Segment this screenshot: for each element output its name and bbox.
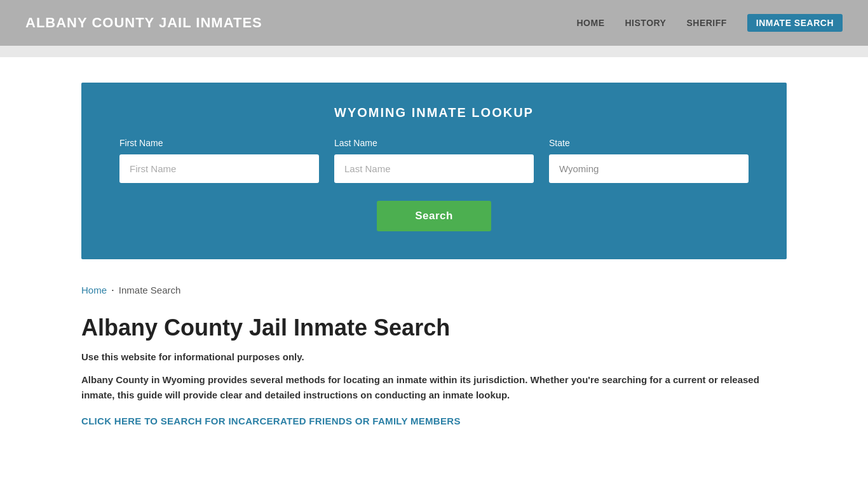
first-name-label: First Name	[119, 138, 319, 148]
breadcrumb: Home • Inmate Search	[81, 285, 787, 295]
nav-home[interactable]: HOME	[577, 18, 605, 28]
page-title: Albany County Jail Inmate Search	[81, 315, 787, 341]
search-btn-row: Search	[119, 201, 749, 231]
state-input[interactable]	[549, 154, 749, 183]
form-row: First Name Last Name State	[119, 138, 749, 183]
first-name-input[interactable]	[119, 154, 319, 183]
search-widget: WYOMING INMATE LOOKUP First Name Last Na…	[81, 83, 787, 259]
nav-history[interactable]: HISTORY	[625, 18, 667, 28]
last-name-label: Last Name	[334, 138, 534, 148]
first-name-group: First Name	[119, 138, 319, 183]
widget-title: WYOMING INMATE LOOKUP	[119, 105, 749, 120]
content-subtitle: Use this website for informational purpo…	[81, 351, 787, 362]
content-description: Albany County in Wyoming provides severa…	[81, 372, 787, 403]
main-content: Albany County Jail Inmate Search Use thi…	[81, 315, 787, 452]
state-group: State	[549, 138, 749, 183]
site-header: ALBANY COUNTY JAIL INMATES HOME HISTORY …	[0, 0, 868, 46]
sub-header-bar	[0, 46, 868, 57]
breadcrumb-current: Inmate Search	[119, 285, 181, 295]
breadcrumb-home-link[interactable]: Home	[81, 285, 107, 295]
cta-link[interactable]: CLICK HERE to Search for Incarcerated Fr…	[81, 416, 461, 426]
main-nav: HOME HISTORY SHERIFF INMATE SEARCH	[577, 14, 843, 32]
state-label: State	[549, 138, 749, 148]
search-button[interactable]: Search	[377, 201, 491, 231]
last-name-input[interactable]	[334, 154, 534, 183]
breadcrumb-separator: •	[112, 287, 114, 293]
last-name-group: Last Name	[334, 138, 534, 183]
nav-inmate-search[interactable]: INMATE SEARCH	[747, 14, 843, 32]
nav-sheriff[interactable]: SHERIFF	[686, 18, 726, 28]
site-title: ALBANY COUNTY JAIL INMATES	[25, 15, 262, 31]
